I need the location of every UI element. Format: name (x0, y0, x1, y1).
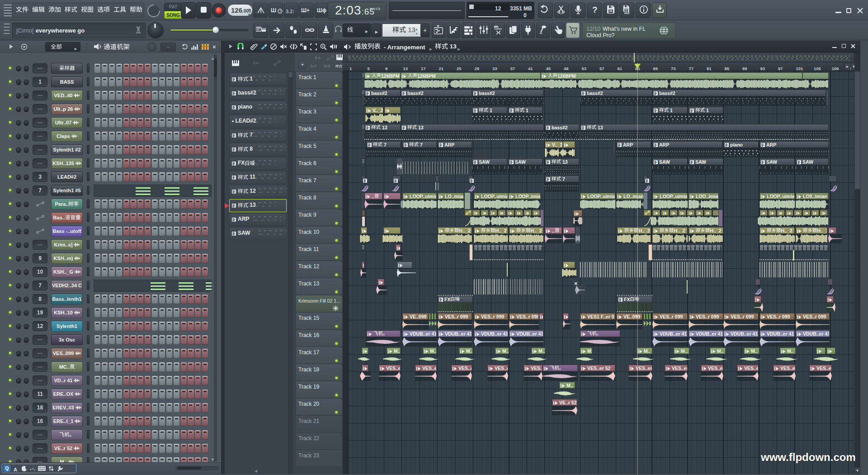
svg-text:?: ? (592, 5, 598, 14)
